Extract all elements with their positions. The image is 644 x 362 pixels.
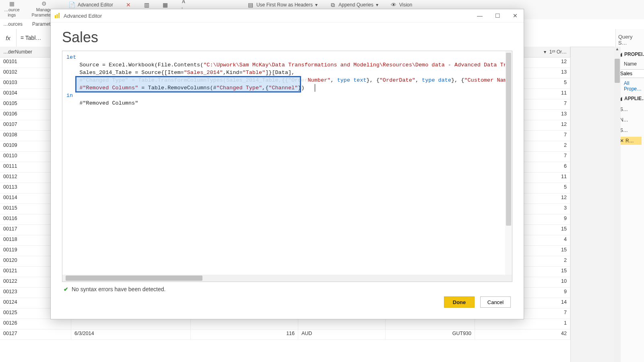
table-row[interactable]: 001276/3/2014116AUDGUT93042: [0, 329, 570, 340]
maximize-button[interactable]: ☐: [492, 12, 503, 19]
ribbon-use-first-row[interactable]: ▤ Use First Row as Headers ▾: [245, 0, 320, 10]
cell: [191, 319, 298, 329]
sort-icon: Ａ↓: [181, 2, 187, 8]
all-properties-link[interactable]: All Prope…: [618, 80, 642, 92]
cell: [298, 319, 386, 329]
ribbon-group[interactable]: ▦: [160, 0, 171, 10]
ribbon-sort[interactable]: Ａ↓: [178, 0, 190, 10]
name-label: Name: [618, 61, 642, 67]
dialog-titlebar[interactable]: Advanced Editor ― ☐ ✕: [51, 9, 524, 23]
scroll-up-icon[interactable]: ▲: [614, 47, 621, 53]
cell: 1: [475, 319, 570, 329]
fx-label: fx: [0, 29, 17, 47]
ribbon-advanced-editor[interactable]: 📄 Advanced Editor: [66, 0, 116, 10]
ribbon-remove[interactable]: ✕: [123, 0, 134, 10]
ribbon-split[interactable]: ▥: [141, 0, 153, 10]
check-icon: ✔: [64, 286, 68, 292]
scroll-thumb[interactable]: [66, 276, 202, 281]
parameters-icon: ⚙: [39, 0, 50, 7]
append-icon: ⧉: [330, 2, 336, 8]
cell: [71, 319, 191, 329]
delete-icon: ✕: [125, 2, 132, 8]
cancel-button[interactable]: Cancel: [480, 296, 511, 308]
advanced-editor-dialog: Advanced Editor ― ☐ ✕ Sales Display Opti…: [50, 9, 524, 319]
ribbon-vision[interactable]: 👁 Vision: [388, 0, 415, 10]
filter-icon[interactable]: ▾: [544, 49, 546, 55]
cell: [386, 319, 475, 329]
query-heading: Sales: [62, 29, 512, 46]
table-row[interactable]: 001261: [0, 319, 570, 329]
editor-icon: 📄: [69, 2, 75, 8]
applied-step-selected[interactable]: ✕ R…: [618, 137, 642, 145]
syntax-status: ✔ No syntax errors have been detected.: [62, 282, 512, 296]
minimize-button[interactable]: ―: [475, 12, 485, 19]
svg-rect-0: [55, 15, 56, 18]
done-button[interactable]: Done: [444, 296, 475, 308]
properties-section: ◢ PROPEI…: [618, 50, 642, 59]
cell: AUD: [298, 329, 386, 339]
grid-vertical-scrollbar[interactable]: ▲: [614, 47, 621, 362]
applied-steps-section: ◢ APPLIE…: [618, 94, 642, 103]
ribbon-source[interactable]: ▦ …ource ings: [2, 0, 22, 18]
ribbon-append-queries[interactable]: ⧉ Append Queries ▾: [327, 0, 381, 10]
data-source-icon: ▦: [6, 0, 17, 7]
cell: 6/3/2014: [71, 329, 191, 339]
dialog-title: Advanced Editor: [64, 13, 102, 19]
group-icon: ▦: [162, 2, 169, 8]
chevron-down-icon: ▾: [315, 2, 318, 8]
query-settings-title: Query S…: [618, 32, 642, 47]
cell: GUT930: [386, 329, 475, 339]
vision-icon: 👁: [390, 2, 397, 8]
cell: 42: [475, 329, 570, 339]
scroll-thumb[interactable]: [506, 53, 511, 226]
applied-step[interactable]: S…: [618, 126, 642, 134]
applied-step[interactable]: S…: [618, 105, 642, 113]
split-icon: ▥: [144, 2, 150, 8]
close-button[interactable]: ✕: [510, 12, 520, 19]
cell: 00127: [0, 329, 71, 339]
applied-step[interactable]: N…: [618, 116, 642, 124]
svg-rect-2: [58, 13, 60, 18]
text-caret: [315, 84, 315, 92]
chevron-down-icon: ▾: [376, 2, 378, 8]
powerbi-logo-icon: [54, 12, 60, 19]
scroll-thumb[interactable]: [615, 59, 620, 83]
cell: 116: [191, 329, 298, 339]
headers-icon: ▤: [248, 2, 254, 8]
query-name-input[interactable]: [618, 69, 644, 78]
cell: 00126: [0, 319, 71, 329]
editor-horizontal-scrollbar[interactable]: [62, 275, 512, 282]
editor-vertical-scrollbar[interactable]: [505, 51, 512, 275]
svg-rect-1: [57, 14, 58, 18]
code-editor[interactable]: let Source = Excel.Workbook(File.Content…: [62, 51, 512, 282]
